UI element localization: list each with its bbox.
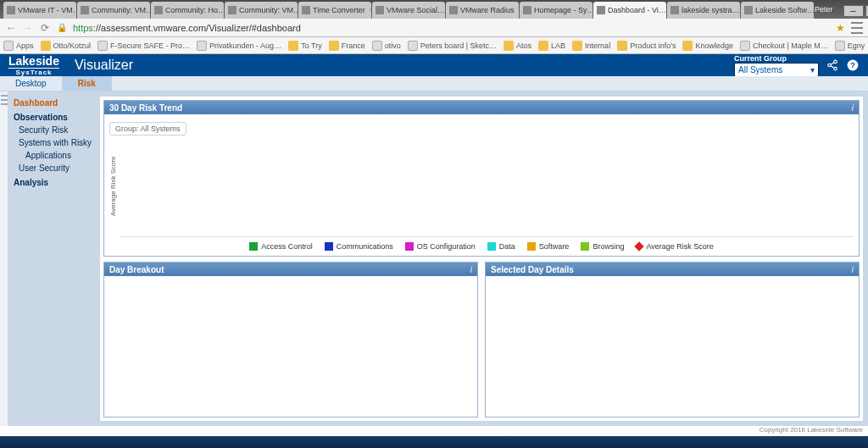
bookmark-item[interactable]: Atos: [504, 41, 531, 51]
back-icon[interactable]: ←: [5, 22, 17, 34]
bookmark-item[interactable]: Privatkunden - Aug…: [197, 41, 281, 51]
body-region: Dashboard Observations Security Risk Sys…: [0, 91, 868, 426]
legend-avg-risk-label: Average Risk Score: [646, 242, 713, 251]
legend-avg-risk[interactable]: Average Risk Score: [636, 242, 713, 251]
nav-security-risk[interactable]: Security Risk: [12, 124, 97, 136]
legend-data[interactable]: Data: [487, 242, 515, 251]
bookmark-item[interactable]: Checkout | Maple M…: [740, 41, 828, 51]
swatch-os-config: [405, 242, 414, 251]
url-field[interactable]: https://assessment.vmware.com/Visualizer…: [73, 23, 829, 33]
nav-dashboard[interactable]: Dashboard: [12, 97, 97, 109]
panel-day-breakout-header: Day Breakout i: [104, 263, 477, 276]
browser-tab[interactable]: VMware Radius×: [446, 2, 519, 19]
swatch-software: [527, 242, 536, 251]
share-icon[interactable]: [826, 58, 839, 72]
forward-icon[interactable]: →: [22, 22, 34, 34]
app-title: Visualizer: [75, 58, 133, 73]
legend-browsing[interactable]: Browsing: [581, 242, 624, 251]
browser-tab[interactable]: Community: Ho…×: [151, 2, 224, 19]
page-icon: [372, 41, 382, 51]
bookmark-item[interactable]: Egnyte: [835, 41, 865, 51]
current-group-label: Current Group: [734, 54, 787, 63]
tab-desktop[interactable]: Desktop: [0, 76, 63, 91]
browser-tab[interactable]: Community: VM…×: [225, 2, 298, 19]
bookmark-item[interactable]: otivo: [372, 41, 401, 51]
legend-os-config-label: OS Configuration: [417, 242, 476, 251]
browser-tab[interactable]: VMware Social…×: [372, 2, 445, 19]
tab-risk[interactable]: Risk: [63, 76, 112, 91]
nav-applications[interactable]: Applications: [12, 149, 97, 162]
browser-tab[interactable]: Time Converter×: [298, 2, 371, 19]
close-tab-icon[interactable]: ×: [370, 6, 371, 14]
bookmark-item[interactable]: Peters board | Sketc…: [408, 41, 497, 51]
browser-tab[interactable]: lakeside systra…×: [667, 2, 740, 19]
bookmark-label: Internal: [585, 41, 610, 50]
panel-info-icon[interactable]: i: [852, 103, 854, 113]
folder-icon: [41, 41, 51, 51]
minimize-button[interactable]: ─: [843, 5, 864, 17]
bookmark-item[interactable]: France: [329, 41, 365, 51]
panel-day-breakout: Day Breakout i: [103, 262, 478, 418]
chevron-down-icon: ▾: [810, 65, 815, 75]
svg-text:?: ?: [850, 61, 855, 69]
bookmark-item[interactable]: Product info's: [617, 41, 676, 51]
bookmark-label: Checkout | Maple M…: [753, 41, 828, 50]
panel-info-icon[interactable]: i: [470, 265, 472, 274]
brand-subtitle: SysTrack: [8, 68, 59, 76]
page-icon: [3, 41, 14, 51]
bookmark-item[interactable]: Apps: [3, 41, 34, 51]
svg-point-1: [828, 64, 832, 67]
favicon: [154, 6, 163, 14]
reload-icon[interactable]: ⟳: [39, 22, 51, 34]
header-right: Current Group All Systems ▾ ?: [734, 54, 860, 77]
current-group-select[interactable]: All Systems ▾: [734, 63, 819, 77]
bookmark-item[interactable]: Internal: [572, 41, 610, 51]
panel-risk-trend-title: 30 Day Risk Trend: [109, 103, 182, 113]
browser-tab[interactable]: Dashboard - Vi…×: [593, 2, 666, 19]
legend-os-config[interactable]: OS Configuration: [405, 242, 476, 251]
bookmark-item[interactable]: To Try: [288, 41, 322, 51]
page-content: Lakeside SysTrack Visualizer Current Gro…: [0, 54, 868, 436]
url-rest: ://assessment.vmware.com/Visualizer/#das…: [93, 23, 301, 33]
browser-tab-strip: VMware IT - VM…×Community: VM…×Community…: [0, 0, 868, 19]
favicon: [7, 6, 15, 14]
bookmark-label: To Try: [301, 41, 322, 50]
lower-panels: Day Breakout i Selected Day Details i: [103, 262, 860, 418]
panel-selected-day-body: [486, 276, 859, 417]
help-icon[interactable]: ?: [846, 58, 860, 72]
main-area: 30 Day Risk Trend i Group: All Systems A…: [100, 97, 863, 421]
panel-day-breakout-body: [104, 276, 477, 417]
bookmark-star-icon[interactable]: ★: [834, 22, 846, 34]
bookmark-item[interactable]: F-Secure SAFE - Pro…: [97, 41, 190, 51]
group-filter-pill[interactable]: Group: All Systems: [109, 122, 186, 136]
sidebar-collapse-handle[interactable]: [0, 91, 8, 426]
bookmark-label: Peters board | Sketc…: [420, 41, 497, 50]
favicon: [449, 6, 458, 14]
favicon: [228, 6, 236, 14]
tab-label: Lakeside Softw…: [755, 6, 814, 14]
nav-user-security[interactable]: User Security: [12, 162, 97, 174]
current-group-value: All Systems: [738, 65, 782, 75]
os-taskbar[interactable]: [0, 436, 868, 448]
bookmark-label: Atos: [516, 41, 531, 50]
browser-tab[interactable]: Lakeside Softw…×: [741, 2, 814, 19]
panel-info-icon[interactable]: i: [852, 265, 854, 274]
legend-communications[interactable]: Communications: [325, 242, 393, 251]
panel-selected-day: Selected Day Details i: [485, 262, 860, 418]
sub-nav: Desktop Risk: [0, 76, 868, 91]
browser-tab[interactable]: VMware IT - VM…×: [3, 2, 76, 19]
favicon: [670, 6, 679, 14]
legend-software[interactable]: Software: [527, 242, 570, 251]
bookmark-item[interactable]: Otto/Kotzul: [41, 41, 92, 51]
tab-label: Community: VM…: [92, 6, 150, 14]
browser-tab[interactable]: Community: VM…×: [77, 2, 150, 19]
maximize-button[interactable]: □: [865, 5, 868, 17]
bookmark-item[interactable]: Knowledge: [682, 41, 733, 51]
url-scheme: https: [73, 23, 93, 33]
browser-tab[interactable]: Homepage - Sy…×: [520, 2, 593, 19]
bookmark-label: France: [342, 41, 365, 50]
browser-menu-icon[interactable]: [851, 22, 863, 34]
nav-systems-risky[interactable]: Systems with Risky: [12, 136, 97, 149]
legend-access-control[interactable]: Access Control: [249, 242, 313, 251]
bookmark-item[interactable]: LAB: [538, 41, 565, 51]
